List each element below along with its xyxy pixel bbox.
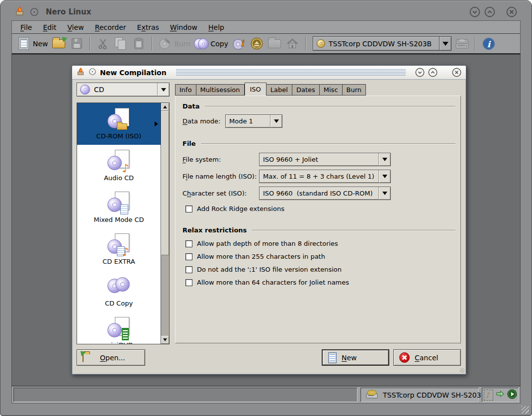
dialog-resize-grip[interactable]	[460, 368, 464, 373]
list-item-label: CD Copy	[105, 300, 133, 307]
drive-select[interactable]: TSSTcorp CDDVDW SH-S203B	[313, 36, 451, 51]
new-document-icon	[328, 352, 337, 363]
dialog-unshade-icon[interactable]	[428, 68, 438, 77]
character-set-label: Character set (ISO):	[182, 190, 247, 197]
cd-icon	[80, 85, 90, 95]
svg-text:i: i	[241, 38, 245, 48]
data-mode-arrow[interactable]	[270, 115, 282, 127]
list-item-cd-copy[interactable]: CD Copy	[77, 270, 161, 312]
music-note-icon[interactable]	[484, 390, 493, 401]
path-depth-checkbox[interactable]: Allow path depth of more than 8 director…	[185, 240, 338, 247]
new-compilation-button[interactable]: New	[16, 36, 48, 51]
green-arrow-icon[interactable]	[496, 390, 505, 400]
titlebar-grip	[176, 69, 406, 76]
tab-misc[interactable]: Misc	[320, 84, 343, 96]
menu-help[interactable]: Help	[203, 22, 230, 33]
tab-label[interactable]: Label	[266, 84, 292, 96]
scrollbar-track[interactable]	[161, 255, 169, 336]
list-item-cdrom-iso[interactable]: CD-ROM (ISO)	[77, 103, 161, 145]
selection-arrow-icon	[155, 121, 158, 126]
menu-edit[interactable]: Edit	[37, 22, 62, 33]
checkbox-icon[interactable]	[185, 266, 192, 273]
dialog-titlebar[interactable]: New Compilation	[72, 66, 466, 80]
drive-select-arrow[interactable]	[439, 37, 451, 50]
help-info-icon[interactable]: i	[481, 36, 496, 51]
dialog-close-icon[interactable]	[452, 68, 461, 77]
file-system-arrow[interactable]	[378, 153, 390, 166]
menu-recorder[interactable]: Recorder	[89, 22, 132, 33]
statusbar: TSSTcorp CDDVDW SH-S203B	[11, 386, 521, 404]
tab-iso[interactable]: ISO	[245, 83, 266, 96]
scroll-up-icon[interactable]	[161, 103, 169, 111]
open-folder-icon[interactable]	[52, 36, 66, 51]
list-item-mixed-mode-cd[interactable]: Mixed Mode CD	[77, 187, 161, 228]
media-type-arrow[interactable]	[157, 83, 169, 96]
nero-app-icon	[15, 6, 25, 18]
file-name-length-arrow[interactable]	[378, 170, 390, 183]
open-button[interactable]: Open...	[77, 349, 145, 366]
data-section-header: Data	[182, 103, 455, 110]
scroll-down-icon[interactable]	[161, 336, 169, 344]
paste-icon	[132, 36, 146, 51]
tab-bar: Info Multisession ISO Label Dates Misc B…	[175, 83, 366, 96]
list-item-cd-extra[interactable]: CD EXTRA	[77, 228, 161, 270]
titlebar[interactable]: Nero Linux	[11, 4, 521, 19]
rock-ridge-checkbox[interactable]: Add Rock Ridge extensions	[185, 205, 284, 212]
path-length-checkbox[interactable]: Allow more than 255 characters in path	[185, 253, 325, 260]
shade-icon[interactable]	[469, 6, 480, 17]
cancel-x-icon	[399, 352, 410, 363]
cancel-button[interactable]: Cancel	[393, 349, 461, 366]
disc-info-icon[interactable]: i	[232, 36, 246, 51]
checkbox-icon[interactable]	[185, 253, 192, 260]
toolbar-separator	[89, 37, 90, 50]
window-resize-grip[interactable]	[522, 406, 529, 414]
data-mode-label: Data mode:	[182, 117, 220, 125]
media-type-select[interactable]: CD	[77, 83, 170, 97]
character-set-select[interactable]: ISO 9660 (standard ISO CD-ROM)	[259, 187, 391, 200]
copy-disc-button[interactable]: Copy	[194, 36, 228, 51]
cdrom-iso-icon	[107, 108, 131, 130]
dialog-menu-icon[interactable]	[89, 68, 96, 78]
file-section-header: File	[182, 140, 455, 147]
tab-multisession[interactable]: Multisession	[196, 84, 245, 96]
audio-cd-icon	[107, 150, 131, 172]
tab-burn[interactable]: Burn	[343, 84, 366, 96]
dialog-shade-icon[interactable]	[415, 68, 425, 77]
toolbar-separator	[305, 37, 306, 50]
list-item-minidvd[interactable]: miniDVD	[77, 312, 161, 344]
menu-file[interactable]: File	[15, 22, 37, 33]
character-set-arrow[interactable]	[378, 187, 390, 200]
menu-extras[interactable]: Extras	[132, 22, 165, 33]
status-tools-panel	[482, 388, 519, 402]
menu-window[interactable]: Window	[165, 22, 203, 33]
toolbar: New Burn Copy i	[11, 34, 521, 54]
unshade-icon[interactable]	[484, 6, 495, 17]
tab-info[interactable]: Info	[175, 84, 196, 96]
file-system-select[interactable]: ISO 9660 + Joliet	[259, 153, 391, 166]
window-menu-icon[interactable]	[29, 6, 40, 17]
close-icon[interactable]	[506, 6, 517, 17]
main-window: Nero Linux File Edit View Recorder Extra…	[0, 0, 532, 416]
open-folder-icon	[83, 354, 95, 363]
checkbox-icon[interactable]	[185, 279, 192, 286]
joliet-names-checkbox[interactable]: Allow more than 64 characters for Joliet…	[185, 279, 349, 286]
media-type-value: CD	[94, 86, 104, 94]
file-name-length-select[interactable]: Max. of 11 = 8 + 3 chars (Level 1)	[259, 170, 391, 183]
checkbox-icon[interactable]	[185, 206, 192, 212]
new-button[interactable]: New	[322, 349, 389, 366]
checkbox-icon[interactable]	[185, 240, 192, 247]
mixed-mode-cd-icon	[107, 192, 131, 213]
list-scrollbar[interactable]	[161, 103, 169, 344]
eject-icon[interactable]	[250, 36, 264, 51]
play-icon[interactable]	[507, 389, 517, 401]
window-title: Nero Linux	[46, 7, 91, 16]
list-item-audio-cd[interactable]: Audio CD	[77, 145, 161, 187]
data-mode-select[interactable]: Mode 1	[225, 114, 282, 128]
menu-view[interactable]: View	[62, 22, 89, 33]
scrollbar-thumb[interactable]	[161, 111, 169, 255]
copy-icon	[114, 36, 128, 51]
iso-version-checkbox[interactable]: Do not add the ';1' ISO file version ext…	[185, 266, 342, 273]
tab-dates[interactable]: Dates	[292, 84, 320, 96]
new-compilation-dialog: New Compilation CD	[72, 65, 466, 375]
relax-section-header: Relax restrictions	[182, 226, 455, 234]
